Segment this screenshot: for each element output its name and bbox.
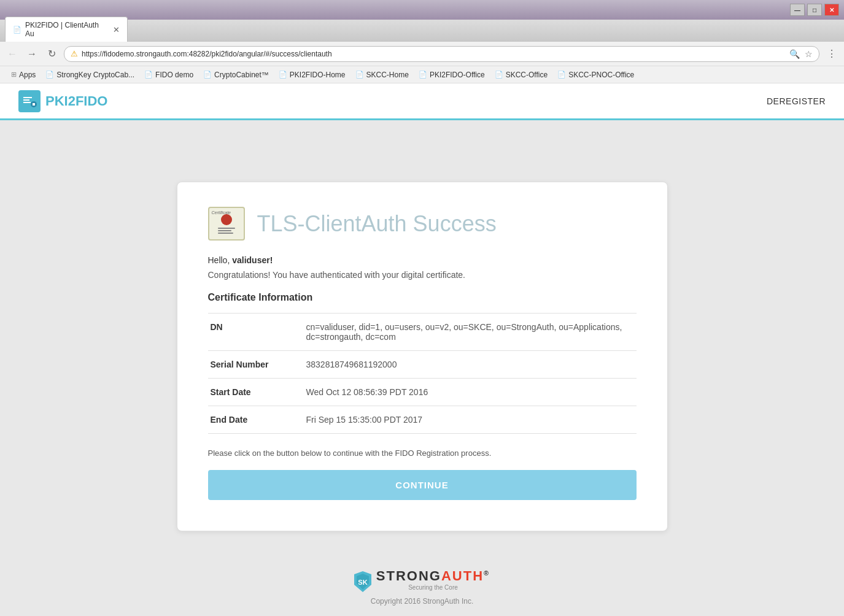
close-button[interactable]: ✕ bbox=[824, 4, 839, 16]
bookmark-skcc-office-label: SKCC-Office bbox=[506, 71, 548, 79]
bookmark-strongkey[interactable]: 📄 StrongKey CryptoCab... bbox=[42, 69, 138, 80]
footer-tagline: Securing the Core bbox=[408, 584, 458, 591]
bookmark-cryptocabinet-label: CryptoCabinet™ bbox=[214, 71, 269, 79]
cert-lines bbox=[218, 228, 235, 234]
bookmarks-bar: ⊞ Apps 📄 StrongKey CryptoCab... 📄 FIDO d… bbox=[0, 66, 844, 83]
footer-copyright: Copyright 2016 StrongAuth Inc. bbox=[25, 597, 819, 606]
forward-button[interactable]: → bbox=[25, 47, 39, 61]
bookmark-page-icon-8: 📄 bbox=[557, 71, 566, 79]
refresh-button[interactable]: ↻ bbox=[44, 47, 59, 61]
bookmark-strongkey-label: StrongKey CryptoCab... bbox=[56, 71, 134, 79]
cert-field-label: DN bbox=[208, 314, 300, 351]
bookmark-page-icon-6: 📄 bbox=[419, 71, 427, 79]
strongauth-logo: STRONGAUTH® Securing the Core bbox=[376, 568, 490, 595]
back-button[interactable]: ← bbox=[5, 47, 20, 61]
address-bar: ← → ↻ ⚠ https://fidodemo.strongauth.com:… bbox=[0, 42, 844, 66]
bookmark-skcc-office[interactable]: 📄 SKCC-Office bbox=[491, 69, 551, 80]
address-input-wrap[interactable]: ⚠ https://fidodemo.strongauth.com:48282/… bbox=[64, 46, 819, 62]
minimize-button[interactable]: — bbox=[790, 4, 805, 16]
username: validuser! bbox=[232, 255, 273, 265]
main-card: Certificate TLS-ClientAuth Success Hello… bbox=[177, 182, 668, 531]
svg-text:SK: SK bbox=[358, 579, 367, 586]
cert-info-heading: Certificate Information bbox=[208, 292, 637, 306]
app-logo: PKI2FIDO bbox=[18, 90, 107, 112]
address-url: https://fidodemo.strongauth.com:48282/pk… bbox=[82, 50, 786, 58]
cert-field-value: Wed Oct 12 08:56:39 PDT 2016 bbox=[300, 379, 637, 406]
success-title: TLS-ClientAuth Success bbox=[257, 211, 497, 237]
footer-logo: SK STRONGAUTH® Securing the Core bbox=[25, 568, 819, 595]
svg-rect-5 bbox=[33, 103, 35, 106]
search-icon[interactable]: 🔍 bbox=[789, 49, 800, 59]
certificate-icon: Certificate bbox=[208, 207, 245, 241]
logo-text: PKI2FIDO bbox=[45, 93, 107, 109]
bookmark-cryptocabinet[interactable]: 📄 CryptoCabinet™ bbox=[199, 69, 273, 80]
cert-seal bbox=[221, 214, 232, 225]
cert-table: DNcn=validuser, did=1, ou=users, ou=v2, … bbox=[208, 313, 637, 434]
bookmark-skcc-home[interactable]: 📄 SKCC-Home bbox=[352, 69, 412, 80]
tab-close-icon[interactable]: ✕ bbox=[113, 25, 120, 34]
table-row: Serial Number3832818749681192000 bbox=[208, 351, 637, 379]
bookmark-pki2fido-office[interactable]: 📄 PKI2FIDO-Office bbox=[415, 69, 489, 80]
bookmark-skcc-pnoc[interactable]: 📄 SKCC-PNOC-Office bbox=[554, 69, 638, 80]
svg-rect-3 bbox=[23, 102, 31, 103]
table-row: Start DateWed Oct 12 08:56:39 PDT 2016 bbox=[208, 379, 637, 406]
tab-bar: 📄 PKI2FIDO | ClientAuth Au ✕ bbox=[0, 20, 844, 42]
bookmark-apps-label: Apps bbox=[19, 71, 36, 79]
logo-icon bbox=[18, 90, 41, 112]
table-row: End DateFri Sep 15 15:35:00 PDT 2017 bbox=[208, 406, 637, 434]
maximize-button[interactable]: □ bbox=[807, 4, 822, 16]
browser-tab[interactable]: 📄 PKI2FIDO | ClientAuth Au ✕ bbox=[5, 17, 128, 42]
deregister-button[interactable]: DEREGISTER bbox=[767, 96, 826, 106]
cert-field-label: End Date bbox=[208, 406, 300, 434]
bookmark-pki2fido-home[interactable]: 📄 PKI2FIDO-Home bbox=[275, 69, 349, 80]
bookmark-pki2fido-office-label: PKI2FIDO-Office bbox=[430, 71, 485, 79]
bookmark-skcc-home-label: SKCC-Home bbox=[366, 71, 409, 79]
continue-button[interactable]: CONTINUE bbox=[208, 470, 637, 500]
bookmark-fido-demo[interactable]: 📄 FIDO demo bbox=[141, 69, 197, 80]
bookmark-page-icon-5: 📄 bbox=[355, 71, 364, 79]
window-controls: — □ ✕ bbox=[790, 4, 839, 16]
continue-note: Please click on the button below to cont… bbox=[208, 449, 637, 458]
svg-rect-2 bbox=[23, 99, 29, 101]
table-row: DNcn=validuser, did=1, ou=users, ou=v2, … bbox=[208, 314, 637, 351]
security-warning-icon: ⚠ bbox=[71, 49, 78, 58]
page-wrapper: Certificate TLS-ClientAuth Success Hello… bbox=[0, 83, 844, 616]
tab-page-icon: 📄 bbox=[13, 26, 21, 34]
bookmark-page-icon-4: 📄 bbox=[279, 71, 287, 79]
bookmark-page-icon-3: 📄 bbox=[203, 71, 212, 79]
tab-title: PKI2FIDO | ClientAuth Au bbox=[25, 21, 107, 38]
brand-strong: STRONG bbox=[376, 568, 441, 583]
success-header: Certificate TLS-ClientAuth Success bbox=[208, 207, 637, 241]
congratulations-text: Congratulations! You have authenticated … bbox=[208, 270, 637, 280]
app-header: PKI2FIDO DEREGISTER bbox=[0, 83, 844, 120]
svg-rect-1 bbox=[23, 97, 32, 98]
page-footer: SK STRONGAUTH® Securing the Core Copyrig… bbox=[12, 556, 832, 616]
cert-field-value: cn=validuser, did=1, ou=users, ou=v2, ou… bbox=[300, 314, 637, 351]
apps-grid-icon: ⊞ bbox=[11, 71, 17, 79]
bookmark-page-icon-2: 📄 bbox=[144, 71, 153, 79]
shield-icon: SK bbox=[354, 571, 371, 592]
cert-field-label: Start Date bbox=[208, 379, 300, 406]
greeting-text: Hello, validuser! bbox=[208, 255, 637, 265]
bookmark-apps[interactable]: ⊞ Apps bbox=[7, 69, 39, 80]
bookmark-page-icon-1: 📄 bbox=[45, 71, 54, 79]
bookmark-pki2fido-home-label: PKI2FIDO-Home bbox=[290, 71, 346, 79]
bookmark-star-icon[interactable]: ☆ bbox=[805, 49, 813, 59]
cert-field-value: 3832818749681192000 bbox=[300, 351, 637, 379]
browser-menu-button[interactable]: ⋮ bbox=[824, 45, 839, 62]
bookmark-fido-demo-label: FIDO demo bbox=[155, 71, 193, 79]
address-icons: 🔍 ☆ bbox=[789, 49, 813, 59]
cert-field-value: Fri Sep 15 15:35:00 PDT 2017 bbox=[300, 406, 637, 434]
bookmark-page-icon-7: 📄 bbox=[495, 71, 503, 79]
brand-auth: AUTH bbox=[441, 568, 484, 583]
bookmark-skcc-pnoc-label: SKCC-PNOC-Office bbox=[568, 71, 634, 79]
cert-field-label: Serial Number bbox=[208, 351, 300, 379]
